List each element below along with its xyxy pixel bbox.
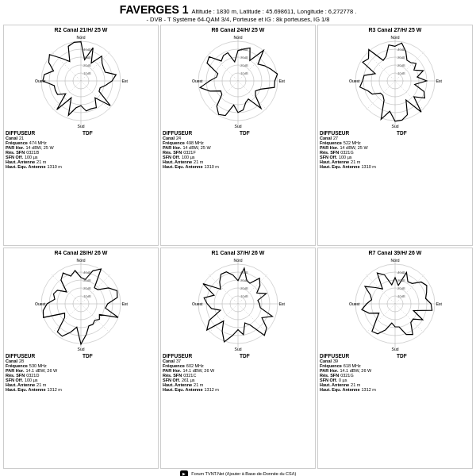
svg-text:-10dB: -10dB bbox=[240, 71, 248, 75]
svg-text:-20dB: -20dB bbox=[397, 286, 405, 290]
svg-text:Ouest: Ouest bbox=[192, 301, 203, 306]
cell-r6: R6 Canal 24/H/ 25 W Nord Sud Ouest Est -… bbox=[160, 25, 316, 246]
main-grid: R2 Canal 21/H/ 25 W Nord Sud Ouest Est -… bbox=[3, 25, 473, 469]
svg-text:Est: Est bbox=[436, 301, 443, 306]
svg-text:Nord: Nord bbox=[391, 258, 400, 263]
cell-title-r2: R2 Canal 21/H/ 25 W bbox=[55, 27, 108, 33]
svg-text:-30dB: -30dB bbox=[240, 56, 248, 60]
tdf-label-r1: TDF bbox=[240, 353, 313, 359]
diffuseur-label-r6: DIFFUSEUR bbox=[163, 130, 236, 136]
svg-text:Nord: Nord bbox=[234, 35, 243, 40]
footer-text: Forum TVNT.Net (Ajouter à Base-de-Donnée… bbox=[191, 471, 296, 476]
info-section-r6: DIFFUSEURCanal24Fréquence498 MHzPAR Hor.… bbox=[163, 130, 313, 169]
svg-text:Nord: Nord bbox=[77, 35, 86, 40]
svg-text:Est: Est bbox=[436, 79, 443, 83]
diffuseur-label-r2: DIFFUSEUR bbox=[6, 130, 79, 136]
svg-text:-30dB: -30dB bbox=[397, 56, 405, 60]
svg-text:-30dB: -30dB bbox=[83, 56, 91, 60]
diffuseur-label-r3: DIFFUSEUR bbox=[320, 130, 393, 136]
svg-text:Ouest: Ouest bbox=[35, 79, 46, 83]
cell-r7: R7 Canal 39/H/ 26 W Nord Sud Ouest Est -… bbox=[317, 248, 473, 469]
svg-text:-20dB: -20dB bbox=[83, 286, 91, 290]
svg-text:-30dB: -30dB bbox=[397, 278, 405, 282]
diagram-r6: Nord Sud Ouest Est -10dB -20dB -30dB -40… bbox=[190, 33, 286, 129]
svg-text:Sud: Sud bbox=[78, 347, 85, 351]
svg-text:-20dB: -20dB bbox=[83, 63, 91, 67]
svg-text:-40dB: -40dB bbox=[240, 48, 248, 52]
diagram-r3: Nord Sud Ouest Est -10dB -20dB -30dB -40… bbox=[347, 33, 443, 129]
info-row: Haut. Equ. Antenne1312 m bbox=[320, 387, 393, 392]
svg-text:-20dB: -20dB bbox=[240, 63, 248, 67]
cell-r4: R4 Canal 28/H/ 26 W Nord Sud Ouest Est -… bbox=[3, 248, 159, 469]
info-section-r2: DIFFUSEURCanal21Fréquence474 MHzPAR Hor.… bbox=[6, 130, 156, 169]
svg-text:-10dB: -10dB bbox=[83, 294, 91, 298]
footer: ▶ Forum TVNT.Net (Ajouter à Base-de-Donn… bbox=[3, 470, 473, 476]
svg-text:-40dB: -40dB bbox=[397, 271, 405, 274]
cell-r3: R3 Canal 27/H/ 25 W Nord Sud Ouest Est -… bbox=[317, 25, 473, 246]
diffuseur-label-r4: DIFFUSEUR bbox=[6, 353, 79, 359]
svg-text:-10dB: -10dB bbox=[397, 71, 405, 75]
page: FAVERGES 1 Altitude : 1830 m, Latitude :… bbox=[0, 0, 476, 476]
diagram-r7: Nord Sud Ouest Est -10dB -20dB -30dB -40… bbox=[347, 256, 443, 351]
info-row: Haut. Equ. Antenne1312 m bbox=[163, 387, 236, 392]
svg-text:Nord: Nord bbox=[391, 35, 400, 40]
diagram-r4: Nord Sud Ouest Est -10dB -20dB -30dB -40… bbox=[33, 256, 129, 351]
svg-text:-30dB: -30dB bbox=[240, 278, 248, 282]
info-left-r3: DIFFUSEURCanal27Fréquence522 MHzPAR Hor.… bbox=[320, 130, 393, 169]
header-system: - DVB - T Système 64-QAM 3/4, Porteuse e… bbox=[3, 16, 473, 23]
tdf-label-r7: TDF bbox=[397, 353, 470, 359]
tdf-label-r2: TDF bbox=[83, 130, 156, 136]
tdf-label-r4: TDF bbox=[83, 353, 156, 359]
svg-text:Sud: Sud bbox=[392, 124, 399, 129]
svg-text:-10dB: -10dB bbox=[240, 294, 248, 298]
cell-r1: R1 Canal 37/H/ 26 W Nord Sud Ouest Est -… bbox=[160, 248, 316, 469]
info-section-r7: DIFFUSEURCanal39Fréquence618 MHzPAR Hor.… bbox=[320, 353, 470, 392]
svg-text:-10dB: -10dB bbox=[83, 71, 91, 75]
info-right-r3: TDF bbox=[397, 130, 470, 169]
info-left-r2: DIFFUSEURCanal21Fréquence474 MHzPAR Hor.… bbox=[6, 130, 79, 169]
header: FAVERGES 1 Altitude : 1830 m, Latitude :… bbox=[3, 3, 473, 23]
svg-text:Ouest: Ouest bbox=[192, 79, 203, 83]
svg-text:Nord: Nord bbox=[234, 258, 243, 263]
cell-title-r7: R7 Canal 39/H/ 26 W bbox=[369, 250, 422, 255]
tdf-label-r6: TDF bbox=[240, 130, 313, 136]
tdf-label-r3: TDF bbox=[397, 130, 470, 136]
svg-text:Est: Est bbox=[122, 301, 129, 306]
svg-text:Sud: Sud bbox=[78, 124, 85, 129]
info-row: Haut. Equ. Antenne1310 m bbox=[163, 164, 236, 169]
svg-text:Ouest: Ouest bbox=[35, 301, 46, 306]
diffuseur-label-r7: DIFFUSEUR bbox=[320, 353, 393, 359]
info-row: Haut. Equ. Antenne1310 m bbox=[6, 164, 79, 169]
svg-text:-20dB: -20dB bbox=[240, 286, 248, 290]
info-row: Haut. Equ. Antenne1312 m bbox=[6, 387, 79, 392]
diagram-r2: Nord Sud Ouest Est -10dB -20dB -30dB -40… bbox=[33, 33, 129, 129]
cell-title-r3: R3 Canal 27/H/ 25 W bbox=[369, 27, 422, 33]
svg-text:-40dB: -40dB bbox=[83, 48, 91, 52]
svg-text:Sud: Sud bbox=[392, 347, 399, 351]
svg-text:Sud: Sud bbox=[235, 124, 242, 129]
svg-text:-20dB: -20dB bbox=[397, 63, 405, 67]
info-left-r1: DIFFUSEURCanal37Fréquence602 MHzPAR Hor.… bbox=[163, 353, 236, 392]
svg-text:Ouest: Ouest bbox=[349, 79, 360, 83]
info-left-r7: DIFFUSEURCanal39Fréquence618 MHzPAR Hor.… bbox=[320, 353, 393, 392]
cell-title-r6: R6 Canal 24/H/ 25 W bbox=[212, 27, 265, 33]
svg-text:-40dB: -40dB bbox=[397, 48, 405, 52]
info-left-r4: DIFFUSEURCanal28Fréquence530 MHzPAR Hor.… bbox=[6, 353, 79, 392]
diagram-r1: Nord Sud Ouest Est -10dB -20dB -30dB -40… bbox=[190, 256, 286, 351]
info-right-r2: TDF bbox=[83, 130, 156, 169]
svg-text:-30dB: -30dB bbox=[83, 278, 91, 282]
info-right-r6: TDF bbox=[240, 130, 313, 169]
svg-text:-40dB: -40dB bbox=[83, 271, 91, 274]
header-coords: Altitude : 1830 m, Latitude : 45.698611,… bbox=[192, 8, 357, 15]
info-section-r3: DIFFUSEURCanal27Fréquence522 MHzPAR Hor.… bbox=[320, 130, 470, 169]
svg-text:Sud: Sud bbox=[235, 347, 242, 351]
info-section-r4: DIFFUSEURCanal28Fréquence530 MHzPAR Hor.… bbox=[6, 353, 156, 392]
svg-text:Est: Est bbox=[279, 79, 286, 83]
info-row: Haut. Equ. Antenne1310 m bbox=[320, 164, 393, 169]
cell-title-r4: R4 Canal 28/H/ 26 W bbox=[55, 250, 108, 255]
cell-title-r1: R1 Canal 37/H/ 26 W bbox=[212, 250, 265, 255]
diffuseur-label-r1: DIFFUSEUR bbox=[163, 353, 236, 359]
svg-text:-10dB: -10dB bbox=[397, 294, 405, 298]
svg-text:Nord: Nord bbox=[77, 258, 86, 263]
page-title: FAVERGES 1 bbox=[120, 3, 189, 16]
